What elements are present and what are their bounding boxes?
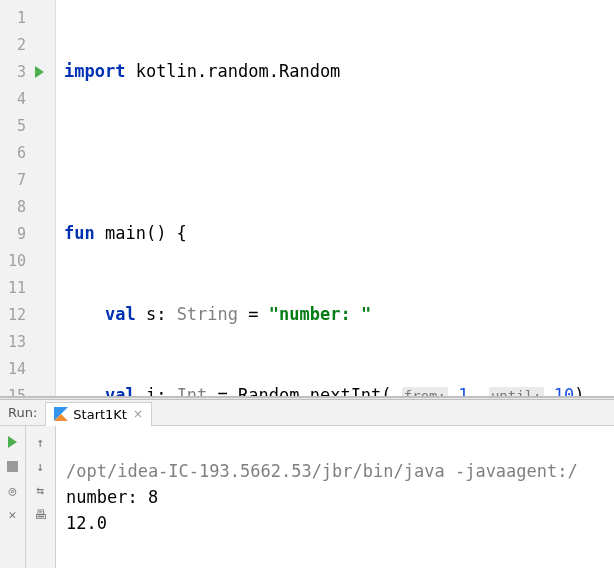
line-number: 11 — [4, 279, 26, 297]
run-panel: Run: Start1Kt × ◎ ✕ ↑ ↓ ⇆ 🖶 /opt/idea-IC… — [0, 400, 614, 568]
console-output[interactable]: /opt/idea-IC-193.5662.53/jbr/bin/java -j… — [56, 426, 614, 568]
run-label: Run: — [8, 405, 37, 420]
line-number: 15 — [4, 387, 26, 398]
param-hint: until: — [489, 387, 544, 397]
run-header: Run: Start1Kt × — [0, 400, 614, 426]
run-toolbar-primary: ◎ ✕ — [0, 426, 26, 568]
console-command: /opt/idea-IC-193.5662.53/jbr/bin/java -j… — [66, 461, 578, 481]
line-number: 6 — [4, 144, 26, 162]
code-editor[interactable]: import kotlin.random.Random fun main() {… — [56, 0, 614, 396]
dump-button[interactable]: ◎ — [4, 481, 22, 499]
line-number: 10 — [4, 252, 26, 270]
down-button[interactable]: ↓ — [32, 457, 50, 475]
print-button[interactable]: 🖶 — [32, 505, 50, 523]
line-number: 12 — [4, 306, 26, 324]
line-number: 1 — [4, 9, 26, 27]
kotlin-icon — [54, 407, 68, 421]
line-number: 8 — [4, 198, 26, 216]
editor-area: 1 2 3 4 5 6 7 8 9 10 11 12 13 14 15 impo… — [0, 0, 614, 397]
line-number: 7 — [4, 171, 26, 189]
stop-button[interactable] — [4, 457, 22, 475]
run-tab[interactable]: Start1Kt × — [45, 402, 152, 426]
line-number: 5 — [4, 117, 26, 135]
run-gutter-icon[interactable] — [26, 66, 52, 78]
rerun-button[interactable] — [4, 433, 22, 451]
up-button[interactable]: ↑ — [32, 433, 50, 451]
exit-button[interactable]: ✕ — [4, 505, 22, 523]
console-line: number: 8 — [66, 487, 158, 507]
param-hint: from: — [402, 387, 448, 397]
console-line: 12.0 — [66, 513, 107, 533]
wrap-button[interactable]: ⇆ — [32, 481, 50, 499]
line-number: 13 — [4, 333, 26, 351]
run-tab-label: Start1Kt — [73, 407, 127, 422]
run-toolbar-secondary: ↑ ↓ ⇆ 🖶 — [26, 426, 56, 568]
line-number: 14 — [4, 360, 26, 378]
close-icon[interactable]: × — [133, 407, 143, 421]
gutter: 1 2 3 4 5 6 7 8 9 10 11 12 13 14 15 — [0, 0, 56, 396]
line-number: 3 — [4, 63, 26, 81]
line-number: 4 — [4, 90, 26, 108]
line-number: 9 — [4, 225, 26, 243]
line-number: 2 — [4, 36, 26, 54]
